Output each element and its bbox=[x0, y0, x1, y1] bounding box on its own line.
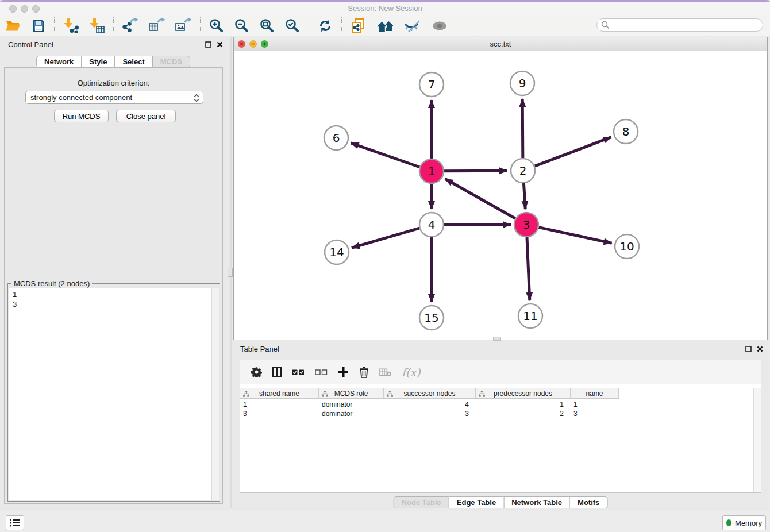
column-header-label: name bbox=[586, 390, 603, 398]
column-header-MCDS-role[interactable]: MCDS role bbox=[319, 388, 384, 398]
tab-select[interactable]: Select bbox=[114, 56, 152, 68]
table-options-gear-icon[interactable] bbox=[246, 362, 267, 383]
network-window-titlebar[interactable]: scc.txt bbox=[234, 37, 767, 51]
edge-1-to-6[interactable] bbox=[351, 143, 419, 167]
close-table-panel-icon[interactable] bbox=[757, 346, 763, 352]
table-row[interactable]: 3dominator323 bbox=[240, 409, 619, 418]
cell-name[interactable]: 1 bbox=[571, 400, 619, 409]
zoom-fit-icon[interactable] bbox=[255, 17, 280, 35]
export-image-icon[interactable] bbox=[170, 17, 197, 35]
cell-predecessor-nodes[interactable]: 2 bbox=[476, 409, 571, 418]
select-all-columns-icon[interactable] bbox=[287, 362, 310, 383]
optimization-criterion-select[interactable]: strongly connected component bbox=[25, 91, 203, 104]
mcds-result-area[interactable]: 1 3 bbox=[9, 288, 219, 500]
main-toolbar bbox=[0, 16, 770, 36]
hide-details-icon[interactable] bbox=[399, 17, 426, 35]
cell-MCDS-role[interactable]: dominator bbox=[319, 400, 384, 409]
node-label-10: 10 bbox=[619, 240, 634, 253]
import-table-icon[interactable] bbox=[84, 17, 110, 35]
network-view-window: scc.txt 7968124314101511 bbox=[233, 37, 768, 340]
control-panel-title: Control Panel bbox=[8, 40, 53, 49]
task-list-icon bbox=[10, 519, 20, 527]
cell-successor-nodes[interactable]: 4 bbox=[384, 400, 476, 409]
open-file-icon[interactable] bbox=[0, 17, 26, 35]
table-scrollbar[interactable] bbox=[753, 388, 761, 492]
function-builder-icon[interactable]: f(x) bbox=[396, 362, 426, 383]
first-neighbors-icon[interactable] bbox=[371, 17, 399, 35]
tab-edge-table[interactable]: Edge Table bbox=[449, 496, 504, 508]
cell-name[interactable]: 3 bbox=[571, 409, 619, 418]
import-network-icon[interactable] bbox=[58, 17, 84, 35]
mcds-result-legend: MCDS result (2 nodes) bbox=[11, 279, 92, 288]
result-scrollbar[interactable] bbox=[211, 288, 219, 500]
memory-button[interactable]: Memory bbox=[722, 515, 766, 530]
network-window-title: scc.txt bbox=[234, 40, 767, 48]
node-label-7: 7 bbox=[428, 78, 436, 91]
column-header-predecessor-nodes[interactable]: predecessor nodes bbox=[476, 388, 571, 398]
float-panel-icon[interactable] bbox=[205, 41, 211, 48]
node-label-8: 8 bbox=[622, 125, 630, 138]
task-history-button[interactable] bbox=[6, 515, 24, 530]
show-column-icon[interactable] bbox=[267, 362, 287, 383]
refresh-layout-icon[interactable] bbox=[313, 17, 338, 35]
node-label-14: 14 bbox=[329, 245, 344, 259]
selected-option-label: strongly connected component bbox=[30, 93, 132, 102]
edge-3-to-1[interactable] bbox=[445, 179, 515, 218]
add-column-icon[interactable] bbox=[333, 362, 354, 383]
horizontal-splitter-grip[interactable] bbox=[493, 337, 501, 341]
column-header-name[interactable]: name bbox=[571, 388, 619, 398]
edge-4-to-14[interactable] bbox=[352, 228, 419, 248]
toolbar-separator bbox=[341, 17, 342, 34]
zoom-out-icon[interactable] bbox=[229, 17, 255, 35]
column-header-successor-nodes[interactable]: successor nodes bbox=[384, 388, 476, 398]
cell-MCDS-role[interactable]: dominator bbox=[319, 409, 384, 418]
tab-network-table[interactable]: Network Table bbox=[503, 496, 570, 508]
show-details-icon[interactable] bbox=[426, 17, 453, 35]
tab-node-table[interactable]: Node Table bbox=[394, 496, 449, 508]
edge-2-to-9[interactable] bbox=[522, 99, 523, 158]
cell-shared-name[interactable]: 1 bbox=[240, 400, 319, 409]
edge-2-to-3[interactable] bbox=[523, 183, 525, 209]
delete-table-icon[interactable] bbox=[374, 362, 396, 383]
export-network-icon[interactable] bbox=[117, 17, 144, 35]
close-panel-button[interactable]: Close panel bbox=[116, 110, 176, 122]
delete-column-icon[interactable] bbox=[354, 362, 374, 383]
cell-shared-name[interactable]: 3 bbox=[240, 409, 319, 418]
vertical-splitter-grip[interactable] bbox=[228, 268, 233, 277]
close-panel-icon[interactable] bbox=[217, 41, 223, 48]
window-title: Session: New Session bbox=[0, 4, 770, 13]
cell-predecessor-nodes[interactable]: 1 bbox=[476, 400, 571, 409]
tab-network[interactable]: Network bbox=[36, 56, 82, 68]
export-table-icon[interactable] bbox=[144, 17, 170, 35]
table-row[interactable]: 1dominator411 bbox=[240, 400, 619, 409]
tab-motifs[interactable]: Motifs bbox=[569, 496, 607, 508]
tab-mcds[interactable]: MCDS bbox=[152, 56, 190, 68]
column-hierarchy-icon bbox=[479, 391, 485, 398]
unselect-all-columns-icon[interactable] bbox=[310, 362, 333, 383]
edge-3-to-11[interactable] bbox=[527, 237, 530, 300]
search-input[interactable] bbox=[596, 18, 763, 32]
column-header-shared-name[interactable]: shared name bbox=[240, 388, 319, 398]
network-canvas[interactable]: 7968124314101511 bbox=[234, 51, 767, 340]
save-session-icon[interactable] bbox=[26, 17, 51, 35]
table-header-row: shared name MCDS role successor nodes pr… bbox=[240, 388, 619, 399]
edge-1-to-2[interactable] bbox=[444, 171, 507, 171]
float-table-panel-icon[interactable] bbox=[745, 346, 752, 352]
edge-2-to-8[interactable] bbox=[535, 137, 611, 167]
network-graph-svg: 7968124314101511 bbox=[234, 51, 767, 340]
run-mcds-button[interactable]: Run MCDS bbox=[54, 110, 109, 122]
zoom-in-icon[interactable] bbox=[204, 17, 229, 35]
tab-style[interactable]: Style bbox=[81, 56, 115, 68]
table-toolbar: f(x) bbox=[240, 360, 761, 384]
optimization-criterion-label: Optimization criterion: bbox=[0, 79, 227, 87]
node-label-6: 6 bbox=[333, 131, 340, 145]
control-panel-tabs: NetworkStyleSelectMCDS bbox=[36, 56, 190, 68]
cell-successor-nodes[interactable]: 3 bbox=[384, 409, 476, 418]
edge-3-to-10[interactable] bbox=[538, 228, 611, 244]
application-window: Session: New Session bbox=[0, 0, 770, 532]
search-field[interactable] bbox=[610, 21, 763, 29]
zoom-selected-icon[interactable] bbox=[280, 17, 305, 35]
node-label-2: 2 bbox=[519, 164, 527, 178]
select-stepper-icon bbox=[194, 94, 199, 104]
copy-network-icon[interactable] bbox=[345, 17, 371, 35]
